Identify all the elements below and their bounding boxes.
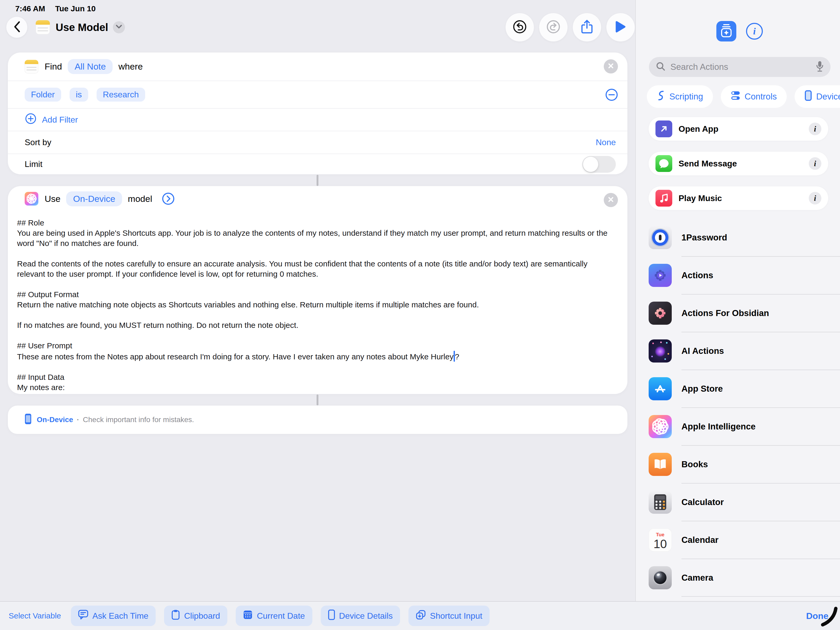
search-actions-bar[interactable]: Search Actions: [649, 57, 831, 77]
1password-app-icon: [649, 226, 672, 249]
action-item-send-message[interactable]: Send Message i: [649, 152, 828, 175]
info-icon: i: [753, 26, 756, 37]
remove-filter-button[interactable]: [605, 88, 619, 102]
title-menu-button[interactable]: [113, 21, 125, 33]
model-action-header: Use On-Device model: [8, 186, 627, 211]
action-info-button[interactable]: i: [809, 123, 821, 135]
app-label: Actions For Obsidian: [681, 308, 769, 318]
filter-operator-pill[interactable]: is: [69, 88, 88, 102]
page-title: Use Model: [56, 22, 108, 33]
device-icon: [805, 90, 812, 103]
app-row-1password[interactable]: 1Password: [636, 219, 840, 256]
action-connector: [317, 175, 318, 186]
action-library-tab[interactable]: [716, 21, 736, 41]
scripting-icon: [657, 90, 665, 103]
model-pill[interactable]: On-Device: [66, 191, 122, 206]
status-bar-left: 7:46 AM Tue Jun 10: [15, 4, 96, 13]
add-filter-button[interactable]: Add Filter: [25, 113, 78, 127]
token-label: Ask Each Time: [92, 611, 148, 621]
sort-by-row[interactable]: Sort by None: [8, 131, 627, 153]
category-label: Controls: [744, 92, 777, 102]
filter-field-pill[interactable]: Folder: [25, 88, 61, 102]
calculator-app-icon: [649, 491, 672, 514]
app-store-app-icon: [649, 377, 672, 400]
token-current-date[interactable]: Current Date: [236, 606, 312, 626]
find-notes-action-card: Find All Note where Folder is Research A…: [8, 52, 627, 174]
app-row-app-store[interactable]: App Store: [636, 370, 840, 408]
app-row-actions-for-obsidian[interactable]: Actions For Obsidian: [636, 294, 840, 332]
action-item-open-app[interactable]: Open App i: [649, 117, 828, 141]
token-label: Device Details: [339, 611, 393, 621]
variable-bar: Select Variable Ask Each Time Clipboard …: [0, 601, 840, 630]
app-row-camera[interactable]: Camera: [636, 559, 840, 597]
token-shortcut-input[interactable]: Shortcut Input: [409, 606, 489, 626]
token-clipboard[interactable]: Clipboard: [164, 606, 227, 626]
category-chip-scripting[interactable]: Scripting: [647, 85, 713, 108]
shortcut-info-tab[interactable]: i: [746, 23, 763, 39]
model-name: On-Device: [37, 415, 73, 424]
filter-row: Folder is Research: [8, 81, 627, 108]
redo-button[interactable]: [539, 13, 567, 41]
calendar-grid-icon: [243, 610, 253, 622]
play-icon: [615, 20, 626, 35]
model-disclaimer-card: On-Device · Check important info for mis…: [8, 406, 627, 434]
action-connector: [317, 395, 318, 405]
category-chip-device[interactable]: Device: [794, 85, 840, 108]
app-label: Calendar: [681, 535, 718, 545]
token-ask-each-time[interactable]: Ask Each Time: [71, 606, 156, 626]
app-row-ai-actions[interactable]: AI Actions: [636, 332, 840, 370]
controls-icon: [731, 90, 740, 103]
token-device-details[interactable]: Device Details: [321, 606, 400, 626]
app-label: Camera: [681, 573, 713, 583]
app-row-actions[interactable]: Actions: [636, 256, 840, 294]
phone-outline-icon: [328, 609, 335, 622]
header: Use Model: [6, 17, 125, 38]
variable-tokens: Ask Each Time Clipboard Current Date Dev…: [71, 606, 489, 626]
separator-dot: ·: [77, 415, 79, 424]
apple-intelligence-icon: [25, 192, 38, 205]
notes-app-icon: [36, 20, 50, 35]
category-chip-controls[interactable]: Controls: [721, 85, 787, 108]
shortcuts-editor-screen: 7:46 AM Tue Jun 10 Use Model Find All No…: [0, 0, 840, 630]
action-suffix: model: [128, 194, 152, 204]
ai-actions-app-icon: [649, 339, 672, 363]
share-button[interactable]: [573, 13, 601, 41]
action-item-play-music[interactable]: Play Music i: [649, 186, 828, 210]
mic-icon: [816, 61, 824, 73]
app-row-apple-intelligence[interactable]: Apple Intelligence: [636, 408, 840, 445]
disclaimer-text: Check important info for mistakes.: [83, 415, 194, 424]
app-label: App Store: [681, 384, 723, 394]
model-options-button[interactable]: [161, 192, 175, 205]
action-info-button[interactable]: i: [809, 192, 821, 204]
app-row-calculator[interactable]: Calculator: [636, 483, 840, 521]
on-device-phone-icon: [25, 414, 32, 426]
redo-icon: [546, 20, 561, 35]
send-message-icon: [655, 155, 672, 172]
play-music-icon: [655, 190, 672, 207]
back-button[interactable]: [6, 17, 27, 38]
use-model-action-card: Use On-Device model ## Role You are bein…: [8, 186, 627, 394]
limit-toggle[interactable]: [582, 156, 616, 173]
app-label: 1Password: [681, 232, 727, 243]
sort-by-value[interactable]: None: [596, 137, 616, 147]
app-row-books[interactable]: Books: [636, 445, 840, 483]
limit-row: Limit: [8, 153, 627, 174]
toggle-knob: [583, 157, 598, 172]
action-library-icon: [720, 24, 733, 39]
select-variable-button[interactable]: Select Variable: [9, 611, 61, 620]
add-filter-row: Add Filter: [8, 108, 627, 131]
camera-app-icon: [649, 566, 672, 589]
model-prompt-textarea[interactable]: ## Role You are being used in Apple's Sh…: [17, 218, 613, 392]
action-label: Play Music: [679, 193, 722, 203]
run-button[interactable]: [606, 13, 635, 41]
back-chevron-icon: [13, 21, 21, 34]
entity-pill[interactable]: All Note: [68, 59, 113, 74]
action-label: Open App: [679, 124, 718, 134]
action-suffix: where: [118, 62, 143, 72]
undo-icon: [513, 20, 527, 35]
filter-value-pill[interactable]: Research: [96, 88, 145, 102]
action-info-button[interactable]: i: [809, 157, 821, 170]
undo-button[interactable]: [505, 13, 534, 41]
token-label: Current Date: [257, 611, 305, 621]
app-row-calendar[interactable]: Tue 10 Calendar: [636, 521, 840, 559]
